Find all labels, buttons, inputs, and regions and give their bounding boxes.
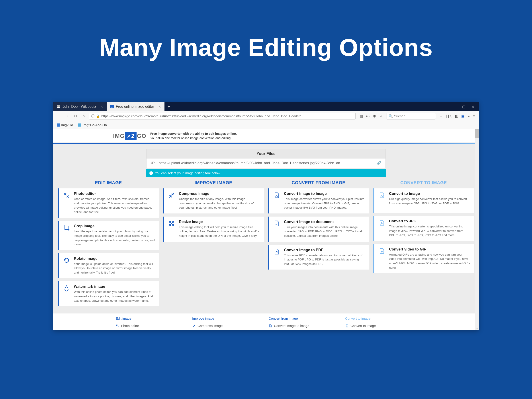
- maximize-icon[interactable]: ▢: [462, 105, 465, 109]
- tab-wikipedia[interactable]: W John Doe - Wikipedia ×: [53, 102, 107, 111]
- scroll-down-icon[interactable]: ⌄: [475, 326, 479, 330]
- card-description: Lead the eye to a certain part of your p…: [74, 229, 155, 247]
- hero-title: Many Image Editing Options: [0, 0, 532, 86]
- menu-icon[interactable]: ≡: [473, 114, 475, 118]
- card-title: Rotate image: [74, 256, 155, 261]
- back-icon[interactable]: ←: [55, 114, 62, 118]
- design-icon: [116, 324, 119, 328]
- bookmark-label: Img2Go: [61, 123, 73, 127]
- search-input[interactable]: [394, 114, 436, 118]
- resize-icon: [168, 220, 175, 238]
- column-title: CONVERT TO IMAGE: [373, 180, 474, 185]
- site-header: IMG ↗2 GO Free image converter with the …: [53, 129, 479, 143]
- water-icon: [63, 284, 70, 303]
- bookmarks-bar: Img2Go Img2Go Add-On: [53, 121, 479, 129]
- forward-icon[interactable]: →: [64, 114, 70, 118]
- reload-icon[interactable]: ↻: [72, 114, 78, 119]
- logo-right: GO: [137, 133, 146, 139]
- footer-title[interactable]: Convert to image: [345, 317, 416, 323]
- site-logo[interactable]: IMG ↗2 GO: [113, 132, 146, 140]
- footer-item[interactable]: Compress image: [192, 323, 263, 329]
- bookmark-label: Img2Go Add-On: [83, 123, 107, 127]
- tool-card[interactable]: Rotate image Your image is upside down o…: [58, 253, 159, 279]
- card-description: Crop or rotate an image. Add filters, te…: [74, 197, 155, 214]
- scroll-thumb[interactable]: [475, 129, 479, 138]
- card-description: Your image is upside down or inverted? T…: [74, 262, 155, 275]
- bookmark-img2go[interactable]: Img2Go: [57, 123, 73, 127]
- download-icon[interactable]: ⤓: [439, 114, 442, 118]
- card-description: Change the file size of any image. With …: [179, 197, 260, 210]
- browser-window: W John Doe - Wikipedia × 2 Free online i…: [53, 102, 479, 330]
- reader-icon[interactable]: ▤: [360, 114, 363, 118]
- url-bar[interactable]: ⓘ 🔒: [89, 113, 355, 120]
- design-icon: [63, 191, 70, 214]
- tool-card[interactable]: Convert image to PDF This online PDF con…: [268, 245, 369, 270]
- footer-title[interactable]: Convert from image: [269, 317, 340, 323]
- footer-item[interactable]: Convert to image: [345, 323, 416, 329]
- link-icon[interactable]: 🔗: [372, 161, 386, 165]
- bookmark-img2go-addon[interactable]: Img2Go Add-On: [78, 123, 107, 127]
- svg-point-7: [270, 325, 270, 326]
- card-title: Convert to image: [389, 191, 470, 196]
- card-title: Resize image: [179, 220, 260, 224]
- card-title: Convert image to document: [284, 220, 365, 224]
- card-description: Our high quality image converter that al…: [389, 197, 470, 205]
- star-icon[interactable]: ☆: [380, 114, 383, 118]
- tool-card[interactable]: Photo editor Crop or rotate an image. Ad…: [58, 188, 159, 218]
- your-files-title: Your Files: [146, 149, 386, 158]
- doc-icon: [273, 220, 280, 238]
- tool-card[interactable]: Convert video to GIF Animated GIFs are a…: [373, 244, 474, 273]
- close-icon[interactable]: ×: [158, 104, 161, 109]
- search-bar[interactable]: 🔍: [386, 113, 435, 120]
- tool-card[interactable]: Crop image Lead the eye to a certain par…: [58, 221, 159, 250]
- file-url-input[interactable]: [146, 158, 372, 168]
- shield-icon[interactable]: ⛨: [373, 114, 376, 118]
- card-title: Convert image to image: [284, 191, 365, 196]
- svg-point-8: [347, 325, 347, 326]
- close-icon[interactable]: ✕: [471, 105, 474, 109]
- svg-text:2: 2: [111, 106, 113, 108]
- tool-columns: EDIT IMAGE Photo editor Crop or rotate a…: [53, 180, 479, 310]
- close-icon[interactable]: ×: [101, 104, 103, 109]
- addon-icon[interactable]: ▣: [461, 114, 465, 118]
- info-icon: i: [149, 171, 153, 175]
- doc-img-icon: [345, 324, 349, 328]
- new-tab-button[interactable]: +: [165, 102, 173, 111]
- rotate-icon: [63, 256, 70, 275]
- overflow-icon[interactable]: »: [468, 114, 470, 118]
- divider: [53, 143, 479, 144]
- footer-title[interactable]: Edit image: [116, 317, 187, 323]
- sidebar-icon[interactable]: ◧: [455, 114, 458, 118]
- file-url-row: 🔗: [146, 158, 386, 168]
- url-input[interactable]: [101, 114, 354, 118]
- scrollbar-vertical[interactable]: ⌄: [475, 129, 479, 330]
- more-icon[interactable]: •••: [366, 114, 370, 118]
- svg-point-6: [381, 222, 382, 223]
- tool-card[interactable]: Convert image to document Turn your imag…: [268, 216, 369, 242]
- tab-img2go[interactable]: 2 Free online image editor ×: [107, 102, 165, 111]
- info-icon[interactable]: ⓘ: [91, 114, 95, 118]
- doc-img-icon: [273, 191, 280, 210]
- home-icon[interactable]: ⌂: [81, 114, 87, 118]
- tool-card[interactable]: Convert image to image This image conver…: [268, 188, 369, 214]
- tool-card[interactable]: Watermark image With this online photo e…: [58, 281, 159, 306]
- minimize-icon[interactable]: —: [452, 105, 456, 109]
- tool-card[interactable]: Compress image Change the file size of a…: [163, 188, 264, 214]
- card-title: Convert image to PDF: [284, 248, 365, 252]
- svg-point-5: [381, 195, 382, 196]
- footer-item[interactable]: Photo editor: [116, 323, 187, 329]
- tool-column: CONVERT TO IMAGE Convert to image Our hi…: [373, 180, 474, 310]
- card-description: With this online photo editor, you can a…: [74, 290, 155, 303]
- tool-card[interactable]: Convert to JPG This online image convert…: [373, 216, 474, 241]
- library-icon[interactable]: ||\: [445, 114, 452, 118]
- tool-column: IMPROVE IMAGE Compress image Change the …: [163, 180, 264, 310]
- footer-title[interactable]: Improve image: [192, 317, 263, 323]
- doc-pdf-icon: [273, 248, 280, 266]
- card-title: Photo editor: [74, 191, 155, 196]
- column-title: EDIT IMAGE: [58, 180, 159, 185]
- footer-item[interactable]: Convert image to image: [269, 323, 340, 329]
- tool-card[interactable]: Convert to image Our high quality image …: [373, 188, 474, 213]
- tool-card[interactable]: Resize image This image editing tool wil…: [163, 216, 264, 242]
- footer-nav: Edit image Photo editorImprove image Com…: [53, 313, 479, 330]
- svg-point-4: [276, 195, 277, 196]
